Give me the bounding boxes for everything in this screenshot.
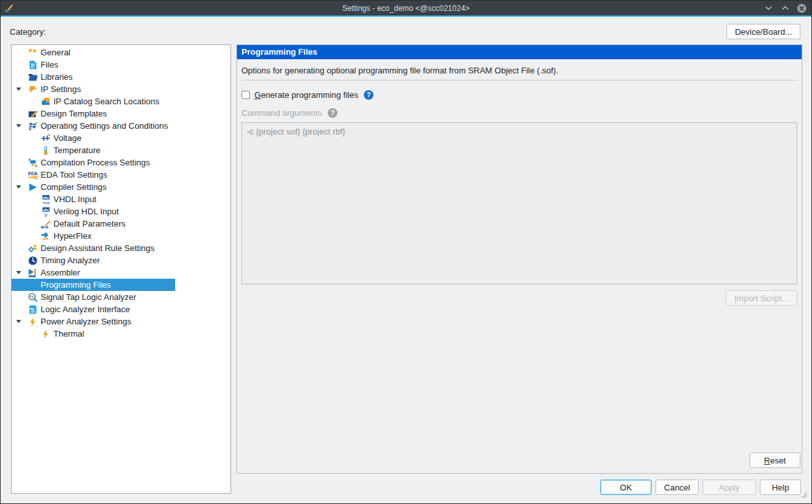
resize-grip-icon[interactable] — [802, 496, 803, 498]
ok-button[interactable]: OK — [600, 480, 652, 495]
expander-arrow-icon[interactable] — [16, 88, 21, 91]
power-lightning-icon — [28, 317, 38, 327]
vhdl-input-icon: abcvhd — [41, 194, 51, 205]
tree-item-design-assistant-rule-settings[interactable]: Design Assistant Rule Settings — [12, 242, 231, 254]
reset-button[interactable]: Reset — [750, 453, 800, 468]
tree-item-timing-analyzer[interactable]: Timing Analyzer — [12, 254, 231, 266]
tree-item-label: Compilation Process Settings — [41, 158, 150, 167]
expander-arrow-icon[interactable] — [16, 124, 21, 127]
tree-item-label: VHDL Input — [53, 194, 97, 204]
apply-button[interactable]: Apply — [703, 480, 756, 495]
logic-analyzer-icon — [28, 304, 38, 315]
svg-text:V: V — [44, 212, 48, 217]
expander-arrow-icon[interactable] — [16, 271, 21, 274]
cancel-button[interactable]: Cancel — [656, 480, 699, 495]
tree-item-logic-analyzer-interface[interactable]: Logic Analyzer Interface — [12, 303, 231, 315]
tree-item-assembler[interactable]: Assembler — [12, 266, 231, 279]
chevron-up-icon[interactable] — [780, 3, 790, 14]
temperature-thermometer-icon — [41, 145, 51, 156]
timing-clock-icon — [28, 256, 38, 266]
generate-files-label[interactable]: Generate programming files — [254, 90, 358, 100]
files-document-icon — [28, 60, 38, 70]
assembler-icon — [28, 268, 38, 278]
close-icon[interactable] — [797, 3, 807, 14]
programming-files-panel: Programming Files Options for generating… — [236, 44, 802, 474]
hyperflex-icon — [41, 231, 51, 241]
expander-arrow-icon[interactable] — [16, 320, 21, 323]
panel-description: Options for generating optional programm… — [241, 59, 797, 75]
indent — [12, 88, 28, 91]
signal-tap-icon — [28, 292, 38, 303]
tree-item-label: Assembler — [41, 268, 80, 277]
help-icon-generate[interactable]: ? — [364, 90, 373, 100]
tree-item-compiler-settings[interactable]: Compiler Settings — [12, 181, 231, 193]
tree-item-power-analyzer-settings[interactable]: Power Analyzer Settings — [12, 315, 231, 328]
separator — [241, 80, 797, 80]
tree-item-label: Timing Analyzer — [41, 256, 100, 265]
tree-item-label: Design Templates — [41, 109, 107, 118]
tree-item-label: Verilog HDL Input — [53, 207, 118, 216]
libraries-folder-icon — [28, 72, 38, 82]
command-arguments-label: Command arguments — [241, 108, 322, 118]
svg-text:abc: abc — [43, 195, 49, 199]
operating-conditions-icon — [28, 121, 38, 131]
tree-item-verilog-hdl-input[interactable]: abcVVerilog HDL Input — [12, 205, 231, 218]
tree-item-files[interactable]: Files — [12, 59, 231, 71]
dialog-buttons: OK Cancel Apply Help — [600, 480, 801, 495]
design-templates-icon — [28, 109, 38, 119]
tree-item-label: EDA Tool Settings — [41, 170, 108, 180]
tree-item-design-templates[interactable]: Design Templates — [12, 107, 231, 120]
tree-item-label: IP Catalog Search Locations — [53, 97, 160, 106]
tree-item-general[interactable]: General — [12, 46, 231, 59]
help-button[interactable]: Help — [760, 480, 801, 495]
tree-item-label: Operating Settings and Conditions — [41, 121, 168, 131]
ip-settings-flag-icon — [28, 84, 38, 95]
svg-text:vhd: vhd — [42, 200, 50, 205]
tree-item-label: HyperFlex — [53, 231, 91, 241]
tree-item-label: General — [41, 48, 70, 57]
tree-item-libraries[interactable]: Libraries — [12, 71, 231, 83]
tree-item-label: IP Settings — [41, 84, 81, 94]
verilog-input-icon: abcV — [41, 207, 51, 217]
indent — [12, 185, 28, 189]
category-label: Category: — [10, 27, 46, 37]
tree-item-eda-tool-settings[interactable]: EDAEDA Tool Settings — [12, 169, 231, 181]
titlebar: Settings - eco_demo <@scc021024> — [1, 1, 811, 15]
eda-tool-icon: EDA — [28, 170, 38, 180]
accent-line — [1, 15, 811, 17]
generate-files-checkbox[interactable] — [241, 91, 250, 99]
tree-item-vhdl-input[interactable]: abcvhdVHDL Input — [12, 193, 231, 205]
device-board-button[interactable]: Device/Board... — [726, 24, 800, 39]
default-parameters-icon: a=b — [41, 219, 51, 229]
import-script-button[interactable]: Import Script... — [726, 290, 797, 306]
ip-catalog-icon — [41, 97, 51, 107]
tree-item-programming-files[interactable]: Programming Files — [12, 279, 175, 291]
tree-item-label: Libraries — [41, 72, 73, 82]
window-title: Settings - eco_demo <@scc021024> — [1, 4, 811, 13]
tree-item-compilation-process-settings[interactable]: Compilation Process Settings — [12, 156, 231, 169]
command-arguments-input[interactable]: -c {project sof} {project rbf} — [241, 122, 797, 285]
tree-item-operating-settings-and-conditions[interactable]: Operating Settings and Conditions — [12, 120, 231, 132]
tree-item-ip-settings[interactable]: IP Settings — [12, 83, 231, 95]
tree-item-signal-tap-logic-analyzer[interactable]: Signal Tap Logic Analyzer — [12, 291, 231, 303]
general-stars-icon — [28, 48, 38, 58]
indent — [12, 271, 28, 274]
chevron-down-icon[interactable] — [763, 3, 773, 14]
voltage-slider-icon — [41, 133, 51, 144]
settings-window: Settings - eco_demo <@scc021024> Categor… — [0, 0, 812, 504]
tree-item-thermal[interactable]: Thermal — [12, 328, 231, 340]
indent — [12, 320, 28, 323]
compiler-play-icon — [28, 182, 38, 192]
tree-item-ip-catalog-search-locations[interactable]: IP Catalog Search Locations — [12, 95, 231, 107]
tree-item-default-parameters[interactable]: a=bDefault Parameters — [12, 218, 231, 230]
help-icon-command-arguments: ? — [328, 108, 337, 118]
quartus-settings-icon — [4, 3, 14, 14]
expander-arrow-icon[interactable] — [16, 185, 21, 189]
tree-item-temperature[interactable]: Temperature — [12, 144, 231, 156]
panel-title: Programming Files — [237, 45, 802, 59]
svg-text:EDA: EDA — [28, 171, 38, 175]
tree-item-label: Signal Tap Logic Analyzer — [41, 292, 137, 302]
tree-item-label: Voltage — [53, 133, 81, 143]
tree-item-voltage[interactable]: Voltage — [12, 132, 231, 144]
tree-item-hyperflex[interactable]: HyperFlex — [12, 230, 231, 242]
